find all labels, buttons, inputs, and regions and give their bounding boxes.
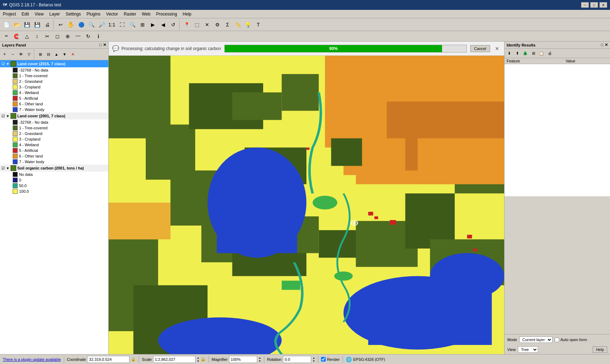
filter-button[interactable]: ⚙ (212, 20, 222, 30)
progress-close-button[interactable]: ✕ (494, 45, 501, 52)
remove-selected-button[interactable]: ✕ (69, 50, 77, 58)
menu-view[interactable]: View (32, 11, 47, 17)
rotate-button[interactable]: ↻ (83, 31, 93, 41)
mode-select[interactable]: Current layer All layers (519, 337, 552, 343)
print-button[interactable]: 🖨 (42, 20, 52, 30)
identify-expand-button[interactable]: ⬇ (505, 49, 513, 57)
move-down-button[interactable]: ▼ (61, 50, 68, 58)
refresh-button[interactable]: ↺ (168, 20, 178, 30)
identify-copy-button[interactable]: 📋 (538, 49, 545, 57)
menu-raster[interactable]: Raster (121, 11, 139, 17)
close-button[interactable]: ✕ (599, 2, 607, 8)
move-up-button[interactable]: ▲ (53, 50, 60, 58)
measure-button[interactable]: 📏 (233, 20, 243, 30)
zoom-next-button[interactable]: ▶ (148, 20, 158, 30)
zoom-selection-button[interactable]: 🔍 (127, 20, 137, 30)
filter-layer-button[interactable]: ▽ (25, 50, 33, 58)
locate-button[interactable]: 📍 (182, 20, 192, 30)
deselect-button[interactable]: ✕ (202, 20, 212, 30)
help-button[interactable]: Help (593, 346, 607, 353)
layer-soc-header[interactable]: ☑ ▼ Soil organic carbon (2001, tons / ha… (0, 165, 108, 172)
menu-project[interactable]: Project (0, 11, 19, 17)
maximize-button[interactable]: □ (590, 2, 598, 8)
collapse-all-button[interactable]: ⊟ (44, 50, 52, 58)
magnifier-input[interactable] (229, 356, 257, 363)
menu-plugins[interactable]: Plugins (84, 11, 103, 17)
vertex-button[interactable]: △ (22, 31, 32, 41)
zoom-out-button[interactable]: 🔎 (97, 20, 107, 30)
scale-spinner[interactable]: ▲ ▼ (197, 356, 199, 363)
scale-up-arrow[interactable]: ▲ (197, 356, 199, 359)
offset-button[interactable]: ⊕ (63, 31, 73, 41)
pan-button[interactable]: ✋ (66, 20, 76, 30)
zoom-full-button[interactable]: ⛶ (117, 20, 127, 30)
window-controls[interactable]: ─ □ ✕ (581, 2, 607, 8)
magnifier-down-arrow[interactable]: ▼ (259, 359, 261, 363)
stats-button[interactable]: Σ (223, 20, 232, 30)
render-checkbox[interactable] (321, 357, 326, 362)
reshape-button[interactable]: ◻ (53, 31, 62, 41)
magnifier-spinner[interactable]: ▲ ▼ (259, 356, 261, 363)
zoom-in-button[interactable]: 🔍 (86, 20, 96, 30)
undo-button[interactable]: ↩ (56, 20, 66, 30)
identify-button[interactable]: 🔵 (76, 20, 86, 30)
remove-layer-button[interactable]: − (9, 50, 17, 58)
zoom-original-button[interactable]: 1:1 (107, 20, 117, 30)
move-button[interactable]: ↕ (32, 31, 42, 41)
menu-vector[interactable]: Vector (103, 11, 121, 17)
identify-table-button[interactable]: ⊞ (530, 49, 537, 57)
identify-print-button[interactable]: 🖨 (546, 49, 554, 57)
save-as-button[interactable]: 💾 (32, 20, 42, 30)
expand-arrow-soc[interactable]: ▼ (6, 166, 10, 170)
checkbox-2001[interactable]: ☑ (1, 114, 5, 118)
scale-input[interactable] (153, 356, 195, 363)
menu-layer[interactable]: Layer (47, 11, 63, 17)
rotation-up-arrow[interactable]: ▲ (313, 356, 315, 359)
digitize-button[interactable]: ✏ (1, 31, 11, 41)
cancel-button[interactable]: Cancel (470, 45, 490, 52)
identify-panel-float-button[interactable]: □ (601, 43, 603, 47)
info-button[interactable]: i (93, 31, 103, 41)
auto-open-checkbox[interactable] (555, 338, 559, 342)
checkbox-2015[interactable]: ☑ (1, 62, 5, 66)
open-project-button[interactable]: 📂 (12, 20, 22, 30)
menu-edit[interactable]: Edit (19, 11, 32, 17)
map-canvas[interactable]: ⊕ (109, 56, 504, 354)
rotation-input[interactable] (283, 356, 311, 363)
tips-button[interactable]: 💡 (243, 20, 253, 30)
view-select[interactable]: Tree Table (518, 346, 538, 353)
menu-help[interactable]: Help (180, 11, 194, 17)
add-layer-button[interactable]: + (1, 50, 8, 58)
plugin-update-link[interactable]: There is a plugin update available (3, 357, 61, 362)
identify-up-button[interactable]: ⬆ (513, 49, 521, 57)
rotation-down-arrow[interactable]: ▼ (313, 359, 315, 363)
layers-panel-float-button[interactable]: □ (99, 43, 102, 47)
layers-panel-close-button[interactable]: ✕ (103, 43, 106, 47)
magnifier-up-arrow[interactable]: ▲ (259, 356, 261, 359)
menu-settings[interactable]: Settings (63, 11, 84, 17)
save-project-button[interactable]: 💾 (22, 20, 32, 30)
expand-all-button[interactable]: ⊞ (36, 50, 44, 58)
coordinate-input[interactable] (87, 356, 129, 363)
new-project-button[interactable]: 📄 (1, 20, 11, 30)
split-button[interactable]: ✂ (42, 31, 52, 41)
identify-tree-button[interactable]: 🌲 (521, 49, 529, 57)
scale-down-arrow[interactable]: ▼ (197, 359, 199, 363)
toggle-visibility-button[interactable]: 👁 (17, 50, 25, 58)
rotation-spinner[interactable]: ▲ ▼ (313, 356, 315, 363)
annotation-button[interactable]: T (253, 20, 263, 30)
checkbox-soc[interactable]: ☑ (1, 166, 5, 171)
zoom-layer-button[interactable]: ⊞ (138, 20, 147, 30)
expand-arrow-2001[interactable]: ▼ (6, 114, 10, 118)
select-button[interactable]: ⬚ (192, 20, 202, 30)
layer-landcover2015-header[interactable]: ☑ ▼ Land cover (2015, 7 class) (0, 60, 108, 67)
map-area[interactable]: 💬 Processing: calculating change in soil… (109, 42, 504, 354)
simplify-button[interactable]: 〰 (73, 31, 83, 41)
identify-panel-close-button[interactable]: ✕ (605, 43, 608, 47)
expand-arrow-2015[interactable]: ▼ (6, 62, 10, 66)
zoom-prev-button[interactable]: ◀ (158, 20, 168, 30)
layer-landcover2001-header[interactable]: ☑ ▼ Land cover (2001, 7 class) (0, 112, 108, 119)
menu-web[interactable]: Web (139, 11, 153, 17)
menu-processing[interactable]: Processing (153, 11, 180, 17)
snap-button[interactable]: 🧲 (12, 31, 22, 41)
